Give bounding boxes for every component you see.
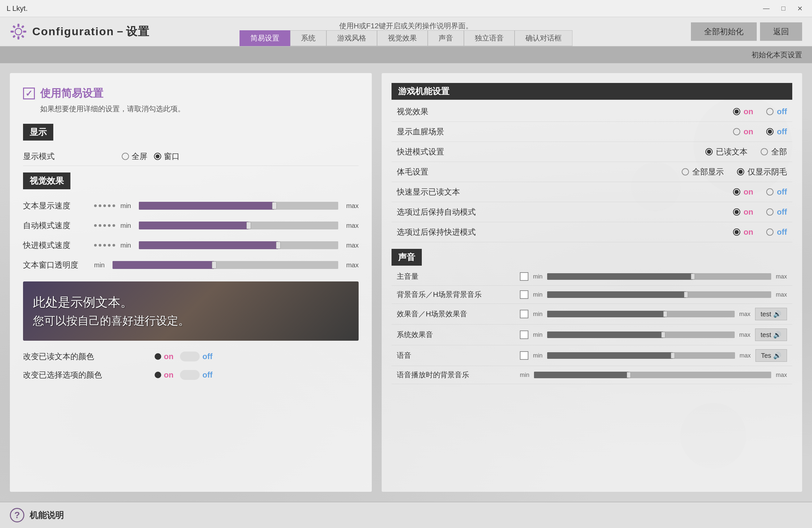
keep-auto-off-radio[interactable] <box>766 209 773 216</box>
keep-auto-off[interactable]: off <box>766 208 787 217</box>
minimize-button[interactable]: — <box>760 3 772 14</box>
help-icon[interactable]: ? <box>10 508 24 523</box>
keep-skip-off-radio[interactable] <box>766 228 773 236</box>
voice-slider[interactable] <box>547 352 735 359</box>
back-button[interactable]: 返回 <box>760 23 802 41</box>
blood-on-radio[interactable] <box>733 128 740 135</box>
selected-option-color-label: 改变已选择选项的颜色 <box>23 370 155 380</box>
transparency-max: max <box>346 261 359 269</box>
use-simple-settings-row: ✓ 使用简易设置 <box>23 86 359 101</box>
system-sfx-checkbox[interactable] <box>520 330 528 339</box>
bgm-checkbox[interactable] <box>520 290 528 299</box>
transparency-label: 文本窗口透明度 <box>23 260 89 270</box>
tab-visual[interactable]: 视觉效果 <box>377 30 428 46</box>
tab-simple-settings[interactable]: 简易设置 <box>240 30 290 46</box>
tab-sound[interactable]: 声音 <box>428 30 464 46</box>
keep-skip-on-label: on <box>743 227 753 237</box>
selected-option-off-text: off <box>202 370 213 380</box>
visual-effects-on[interactable]: on <box>733 107 753 116</box>
left-panel: ✓ 使用简易设置 如果想要使用详细的设置，请取消勾选此项。 显示 显示模式 全屏… <box>10 73 372 492</box>
master-volume-checkbox[interactable] <box>520 272 528 281</box>
voice-test-label: Tes <box>761 352 771 359</box>
selected-option-on[interactable]: on <box>155 370 173 380</box>
quick-show-on-label: on <box>743 187 753 197</box>
keep-skip-on-radio[interactable] <box>733 228 740 236</box>
blood-on-label: on <box>743 127 753 136</box>
window-radio[interactable] <box>154 153 161 160</box>
master-volume-slider[interactable] <box>547 273 771 280</box>
quick-show-off[interactable]: off <box>766 187 787 197</box>
quick-show-read-row: 快速显示已读文本 on off <box>392 182 792 202</box>
game-section-header: 游戏机能设置 <box>392 83 792 100</box>
tab-system[interactable]: 系统 <box>290 30 327 46</box>
bgm-voice-slider[interactable] <box>534 372 771 378</box>
blood-scene-off[interactable]: off <box>766 127 787 136</box>
body-hair-partial-radio[interactable] <box>737 168 744 175</box>
body-hair-partial[interactable]: 仅显示阴毛 <box>737 167 787 177</box>
tab-game-style[interactable]: 游戏风格 <box>327 30 377 46</box>
fullscreen-radio[interactable] <box>122 153 129 160</box>
keep-auto-on[interactable]: on <box>733 208 753 217</box>
text-speed-min: min <box>120 202 131 210</box>
system-sfx-test-icon: 🔊 <box>773 331 781 339</box>
skip-mode-radio: 已读文本 全部 <box>706 146 787 157</box>
blood-scene-label: 显示血腥场景 <box>397 126 515 137</box>
reset-all-button[interactable]: 全部初始化 <box>691 23 757 41</box>
quick-show-on-radio[interactable] <box>733 188 740 196</box>
close-button[interactable]: ✕ <box>795 3 806 14</box>
transparency-slider[interactable] <box>113 261 338 269</box>
sfx-test-button[interactable]: test 🔊 <box>755 308 787 320</box>
quick-show-read-radio: on off <box>733 187 787 197</box>
footer-label: 机能说明 <box>30 510 64 521</box>
auto-speed-slider[interactable] <box>139 222 338 229</box>
keep-skip-on[interactable]: on <box>733 227 753 237</box>
sfx-checkbox[interactable] <box>520 310 528 318</box>
keep-skip-off[interactable]: off <box>766 227 787 237</box>
keep-auto-on-radio[interactable] <box>733 209 740 216</box>
read-text-off[interactable]: off <box>180 352 213 361</box>
system-sfx-slider[interactable] <box>547 331 735 338</box>
read-text-on[interactable]: on <box>155 352 173 361</box>
blood-scene-on[interactable]: on <box>733 127 753 136</box>
system-sfx-min: min <box>533 331 542 338</box>
visual-effects-off[interactable]: off <box>766 107 787 116</box>
tab-confirm-dialog[interactable]: 确认对话框 <box>514 30 572 46</box>
quick-show-off-radio[interactable] <box>766 188 773 196</box>
voice-checkbox[interactable] <box>520 351 528 360</box>
app-title: L Lkyt. <box>6 4 28 13</box>
skip-speed-dots <box>94 244 115 246</box>
auto-speed-dots <box>94 224 115 227</box>
footer: ? 机能说明 <box>0 502 812 528</box>
visual-off-radio[interactable] <box>766 108 773 115</box>
skip-speed-slider[interactable] <box>139 241 338 249</box>
skip-mode-read[interactable]: 已读文本 <box>706 146 748 157</box>
quick-show-on[interactable]: on <box>733 187 753 197</box>
bgm-max: max <box>776 291 787 298</box>
maximize-button[interactable]: □ <box>779 3 788 14</box>
window-option[interactable]: 窗口 <box>154 151 180 162</box>
skip-read-radio[interactable] <box>706 148 713 155</box>
selected-option-off[interactable]: off <box>180 370 213 380</box>
sfx-slider[interactable] <box>547 311 735 317</box>
simple-settings-checkbox[interactable]: ✓ <box>23 88 35 99</box>
skip-all-radio[interactable] <box>761 148 768 155</box>
master-volume-min: min <box>533 273 542 280</box>
voice-row: 语音 min max Tes 🔊 <box>392 345 792 366</box>
bgm-slider[interactable] <box>547 291 771 298</box>
main-content: ✓ 使用简易设置 如果想要使用详细的设置，请取消勾选此项。 显示 显示模式 全屏… <box>0 63 812 502</box>
fullscreen-option[interactable]: 全屏 <box>122 151 147 162</box>
master-volume-max: max <box>776 273 787 280</box>
transparency-row: 文本窗口透明度 min max <box>23 255 359 275</box>
keep-auto-mode-row: 选项过后保持自动模式 on off <box>392 202 792 222</box>
skip-mode-all[interactable]: 全部 <box>761 146 787 157</box>
visual-on-radio[interactable] <box>733 108 740 115</box>
tab-independent-voice[interactable]: 独立语音 <box>464 30 514 46</box>
voice-label: 语音 <box>397 351 515 360</box>
body-hair-all-radio[interactable] <box>682 168 689 175</box>
blood-off-radio[interactable] <box>766 128 773 135</box>
body-hair-all[interactable]: 全部显示 <box>682 167 724 177</box>
system-sfx-test-button[interactable]: test 🔊 <box>755 329 787 341</box>
voice-test-button[interactable]: Tes 🔊 <box>755 349 787 362</box>
window-controls: — □ ✕ <box>760 3 806 14</box>
text-speed-slider[interactable] <box>139 202 338 210</box>
